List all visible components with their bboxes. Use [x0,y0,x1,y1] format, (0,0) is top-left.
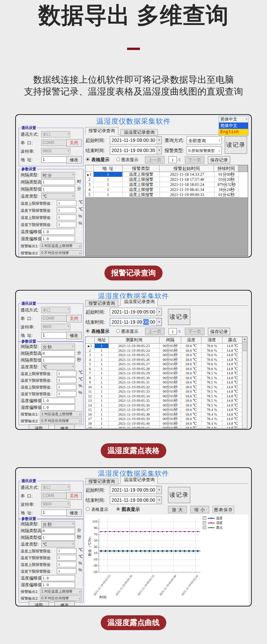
param-field-select[interactable]: ℃∨ [41,364,75,370]
table-display-radio[interactable] [86,329,90,333]
language-option-chinese[interactable]: 简体中文 [219,123,248,129]
table-row[interactable]: 912021-11-19 09:05:3100分01秒18.6 ℃78.5 %1… [86,380,247,385]
table-row[interactable]: 1712021-11-19 09:05:3900分01秒18.6 ℃78.4 %… [86,417,247,421]
param-field-select[interactable]: ℃∨ [41,541,75,547]
next-page-button[interactable]: 下一页 [185,328,204,335]
table-row[interactable]: 1512021-11-19 09:05:3700分01秒18.6 ℃78.4 %… [86,407,247,412]
param-field-input[interactable]: 1 [57,391,76,397]
prev-page-button[interactable]: 上一页 [145,328,165,335]
read-records-button[interactable]: 读记录 [225,136,247,154]
param-field-input[interactable]: 1. 0 [41,398,75,404]
page-number-input[interactable]: 1 [169,156,177,163]
next-page-button[interactable]: 下一页 [185,156,204,164]
param-field-select[interactable]: 分:秒∨ [41,344,75,350]
param-field-input[interactable]: 0 [41,350,75,356]
table-row[interactable]: 1412021-11-19 09:05:3600分01秒18.6 ℃78.5 %… [86,403,247,408]
save-records-button[interactable]: 保存记录 [208,156,230,164]
table-row[interactable]: 712021-11-19 09:05:2900分01秒18.6 ℃78.5 %1… [86,371,247,376]
table-row[interactable]: 1812021-11-19 09:05:4000分01秒18.6 ℃78.4 %… [86,421,247,426]
calendar-dropdown-icon[interactable]: ▾ [156,318,162,326]
table-row[interactable]: 412021-11-19 09:05:2600分01秒18.6 ℃78.6 %1… [86,357,247,362]
table-row[interactable]: 1012021-11-19 09:05:3200分01秒18.6 ℃78.5 %… [86,385,247,390]
param-field-input[interactable]: 1 [57,222,76,227]
param-field-input[interactable]: 1 [41,357,75,363]
table-display-label[interactable]: 表格显示 [91,157,110,163]
param-field-select[interactable]: ℃∨ [41,193,75,199]
table-scrollbar[interactable]: ▲ [242,337,247,428]
param-field-select[interactable]: 1:对应温度上限报警∨ [40,411,82,417]
tab-humidity-record-query[interactable]: 温湿度记录查询 [120,298,158,306]
table-row[interactable]: 512021-11-19 09:05:2700分01秒18.6 ℃78.6 %1… [86,362,247,367]
param-field-input[interactable]: 1 [57,371,76,376]
table-row[interactable]: 812021-11-19 09:05:3000分01秒18.6 ℃78.5 %1… [86,376,247,380]
param-field-input[interactable]: 1 [41,179,75,185]
param-field-input[interactable]: 1 [41,535,75,541]
param-field-input[interactable]: 1 [57,568,76,574]
table-row[interactable]: 1212021-11-19 09:05:3400分01秒18.6 ℃78.5 %… [86,394,247,399]
read-params-button[interactable]: 读取 [29,424,49,429]
table-row[interactable]: 41温度上限报警2021-11-19 08:41:3418分24秒 [86,187,248,192]
save-chart-button[interactable]: 图表保存 [213,506,234,513]
tab-humidity-record-query[interactable]: 温湿度记录查询 [120,129,158,136]
calendar-dropdown-icon[interactable]: ▾ [156,308,162,316]
tab-alarm-record-query[interactable]: 报警记录查询 [85,478,118,485]
calendar-dropdown-icon[interactable]: ▾ [156,496,162,504]
table-row[interactable]: 51温度上限报警2021-11-19 09:00:3301分42秒 [86,192,248,197]
table-row[interactable]: 1612021-11-19 09:05:3800分01秒18.6 ℃78.4 %… [86,412,247,417]
series-checkbox[interactable]: ✓ [203,516,206,520]
table-row[interactable]: 1912021-11-19 09:05:4100分01秒18.6 ℃78.4 %… [86,426,247,428]
alarm-type-select[interactable]: 0:所有报警类型∨ [187,146,222,154]
series-checkbox[interactable]: ✓ [203,521,206,524]
param-field-input[interactable]: 1 [57,377,76,383]
language-select[interactable]: 简体中文∨ [219,116,248,123]
table-display-label[interactable]: 表格显示 [91,507,108,513]
param-field-input[interactable]: 1 [57,207,76,213]
end-time-input[interactable]: 2021-11-19 09:06:00▾ [110,318,162,326]
param-field-input[interactable]: 1 [57,562,76,567]
write-params-button[interactable]: 修改 [54,601,75,606]
param-field-select[interactable]: 0:不对应任何报警∨ [40,250,82,256]
chart-display-radio[interactable] [116,507,120,511]
param-field-input[interactable]: 1. 0 [41,229,75,235]
start-time-input[interactable]: 2021-11-19 09:05:00▾ [110,486,162,494]
param-field-input[interactable]: 1 [57,548,76,554]
table-row[interactable]: 31温度上限报警2021-11-18 18:01:24879分32秒 [86,182,248,187]
end-time-input[interactable]: 2021-11-19 09:06:00▾ [110,496,162,504]
chart-display-label[interactable]: 图表显示 [121,157,138,163]
param-field-select[interactable]: 分:秒∨ [41,521,75,527]
param-field-input[interactable]: 1 [57,215,76,220]
param-field-input[interactable]: 1. 0 [41,582,75,588]
zoom-in-button[interactable]: 放 大 [168,506,187,513]
scrollbar-thumb[interactable] [242,342,247,351]
calendar-dropdown-icon[interactable]: ▾ [156,137,162,144]
chart-display-radio[interactable] [116,329,120,333]
end-time-input[interactable]: 2021-11-19 09:00:35▾ [110,146,162,154]
param-field-input[interactable]: 1 [57,384,76,390]
param-field-select[interactable]: 0:不对应任何报警∨ [40,418,82,424]
param-field-input[interactable]: 0 [41,528,75,534]
table-row[interactable]: 21温度上限报警2021-11-18 17:57:4003分20秒 [86,177,248,182]
param-field-input[interactable]: 1. 0 [41,404,75,411]
prev-page-button[interactable]: 上一页 [145,156,165,164]
start-time-input[interactable]: 2021-11-19 09:05:00▾ [110,308,162,316]
chart-display-radio[interactable] [116,157,120,161]
table-row[interactable]: ▶11温度上限报警2021-11-18 14:33:2701分00秒 [86,172,248,177]
tab-alarm-record-query[interactable]: 报警记录查询 [85,300,118,307]
save-records-button[interactable]: 保存记录 [208,328,230,335]
tab-alarm-record-query[interactable]: 报警记录查询 [85,127,118,135]
language-option-english[interactable]: English [219,129,248,135]
write-params-button[interactable]: 修改 [54,424,75,429]
table-row[interactable]: 1112021-11-19 09:05:3300分01秒18.6 ℃78.5 %… [86,389,247,394]
chart-display-label[interactable]: 图表显示 [122,506,140,513]
param-field-input[interactable]: 1. 0 [41,236,75,242]
table-row[interactable]: ▶112021-11-19 09:05:2300分01秒18.6 ℃78.6 %… [86,344,247,348]
series-checkbox[interactable]: ✓ [203,526,206,529]
tab-humidity-record-query[interactable]: 温湿度记录查询 [120,476,158,484]
page-number-input[interactable]: 1 [169,328,177,335]
scroll-up-icon[interactable]: ▲ [242,337,247,342]
table-row[interactable]: 1312021-11-19 09:05:3500分01秒18.6 ℃78.5 %… [86,398,247,403]
zoom-out-button[interactable]: 缩 小 [190,506,209,513]
calendar-dropdown-icon[interactable]: ▾ [156,486,162,494]
param-field-select[interactable]: 1:对应温度上限报警∨ [40,243,82,249]
table-display-radio[interactable] [86,507,90,511]
